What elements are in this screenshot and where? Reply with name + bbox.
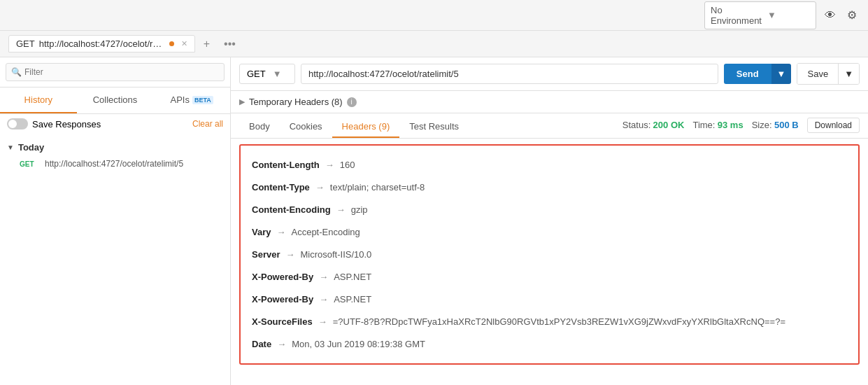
header-row: Server → Microsoft-IIS/10.0 [252,244,847,266]
new-tab-button[interactable]: + [198,35,215,53]
header-name: Content-Length [252,160,320,170]
clear-all-button[interactable]: Clear all [192,119,223,129]
headers-content: Content-Length → 160Content-Type → text/… [231,139,868,385]
request-url-label: http://localhost:4727/ocelot/rate [39,38,165,49]
sidebar-item-apis[interactable]: APIs BETA [153,88,230,113]
section-label: Today [18,142,44,153]
chevron-down-icon: ▼ [767,10,810,20]
size-meta: Size: 500 B [752,120,799,130]
header-row: Date → Mon, 03 Jun 2019 08:19:38 GMT [252,333,847,355]
method-select[interactable]: GET ▼ [239,64,295,84]
header-row: Content-Type → text/plain; charset=utf-8 [252,176,847,199]
header-name: X-Powered-By [252,272,313,282]
response-tabs-bar: Body Cookies Headers (9) Test Results St… [231,113,868,139]
env-label: No Environment [711,5,762,26]
header-row: X-Powered-By → ASP.NET [252,288,847,311]
status-value: 200 OK [653,120,685,130]
top-bar-right: No Environment ▼ 👁 ⚙ [704,1,860,29]
header-value: gzip [351,204,368,215]
sidebar-nav: History Collections APIs BETA [0,88,230,114]
temp-headers-label: Temporary Headers (8) [249,97,343,107]
sidebar-content: ▼ Today GET http://localhost:4727/ocelot… [0,134,230,385]
header-row: X-Powered-By → ASP.NET [252,266,847,288]
info-icon[interactable]: i [347,97,357,107]
search-icon: 🔍 [11,67,22,77]
more-tabs-button[interactable]: ••• [218,35,241,53]
header-value: 160 [340,160,355,170]
eye-button[interactable]: 👁 [822,6,839,24]
url-input[interactable] [301,64,718,84]
gear-button[interactable]: ⚙ [844,6,860,24]
search-wrap: 🔍 [6,63,225,81]
send-button-group: Send ▼ [724,64,792,84]
header-name: Content-Type [252,182,310,192]
download-button[interactable]: Download [807,118,860,133]
save-main-button[interactable]: Save [797,64,838,84]
tab-headers[interactable]: Headers (9) [332,116,400,138]
response-meta: Status: 200 OK Time: 93 ms Size: 500 B D… [622,118,860,137]
top-bar: No Environment ▼ 👁 ⚙ [0,0,868,31]
save-dropdown-button[interactable]: ▼ [838,64,859,84]
save-responses-toggle: Save Responses [7,118,101,130]
temporary-headers-bar: ▶ Temporary Headers (8) i [231,91,868,113]
header-row: Content-Encoding → gzip [252,199,847,221]
header-value: ASP.NET [334,272,371,282]
header-name: Vary [252,227,271,237]
header-value: =?UTF-8?B?RDpcTWFya1xHaXRcT2NlbG90RGVtb1… [333,316,785,327]
url-bar: GET ▼ Send ▼ Save ▼ [231,57,868,91]
header-name: Date [252,339,271,349]
header-value: ASP.NET [334,294,371,304]
arrow-icon: → [336,204,346,215]
arrow-icon: → [319,272,328,282]
environment-select[interactable]: No Environment ▼ [704,1,816,29]
method-chevron-icon: ▼ [273,69,282,79]
header-row: Vary → Accept-Encoding [252,221,847,244]
sidebar-item-collections[interactable]: Collections [77,88,154,113]
arrow-icon: → [315,182,325,192]
save-responses-switch[interactable] [7,118,28,130]
arrow-icon: → [285,249,294,260]
right-panel: GET ▼ Send ▼ Save ▼ ▶ Temporary Headers … [231,57,868,385]
today-section-header[interactable]: ▼ Today [0,139,230,155]
sidebar-item-history[interactable]: History [0,88,77,113]
response-tabs: Body Cookies Headers (9) Test Results [239,116,469,138]
main-area: 🔍 History Collections APIs BETA Save Res… [0,57,868,385]
arrow-icon: → [325,160,334,170]
header-name: Server [252,249,280,260]
header-name: X-Powered-By [252,294,313,304]
beta-badge: BETA [192,96,213,104]
save-responses-label: Save Responses [32,119,101,130]
header-name: X-SourceFiles [252,316,313,327]
header-row: Content-Length → 160 [252,154,847,176]
sidebar-toolbar: Save Responses Clear all [0,114,230,134]
sidebar-search-area: 🔍 [0,57,230,88]
temp-headers-toggle[interactable]: ▶ [239,97,245,106]
time-value: 93 ms [718,120,744,130]
sidebar: 🔍 History Collections APIs BETA Save Res… [0,57,231,385]
send-dropdown-button[interactable]: ▼ [771,64,792,84]
filter-input[interactable] [6,63,225,81]
history-url: http://localhost:4727/ocelot/ratelimit/5 [45,159,183,169]
header-value: Microsoft-IIS/10.0 [300,249,371,260]
tab-body[interactable]: Body [239,116,280,138]
tab-cookies[interactable]: Cookies [280,116,332,138]
header-row: X-SourceFiles → =?UTF-8?B?RDpcTWFya1xHaX… [252,311,847,333]
send-main-button[interactable]: Send [724,64,771,84]
request-tab[interactable]: GET http://localhost:4727/ocelot/rate ✕ [8,35,195,52]
request-method-label: GET [16,38,35,49]
arrow-icon: ▼ [7,144,14,151]
history-item[interactable]: GET http://localhost:4727/ocelot/ratelim… [0,155,230,172]
method-badge: GET [20,160,39,168]
save-button-group: Save ▼ [797,63,860,85]
time-meta: Time: 93 ms [692,120,743,130]
unsaved-dot [169,41,174,46]
header-value: text/plain; charset=utf-8 [330,182,425,192]
size-value: 500 B [774,120,799,130]
header-value: Accept-Encoding [291,227,360,237]
tab-test-results[interactable]: Test Results [399,116,469,138]
arrow-icon: → [319,294,328,304]
header-name: Content-Encoding [252,204,331,215]
request-tabs-bar: GET http://localhost:4727/ocelot/rate ✕ … [0,31,868,57]
arrow-icon: → [276,227,285,237]
close-icon[interactable]: ✕ [181,39,187,48]
